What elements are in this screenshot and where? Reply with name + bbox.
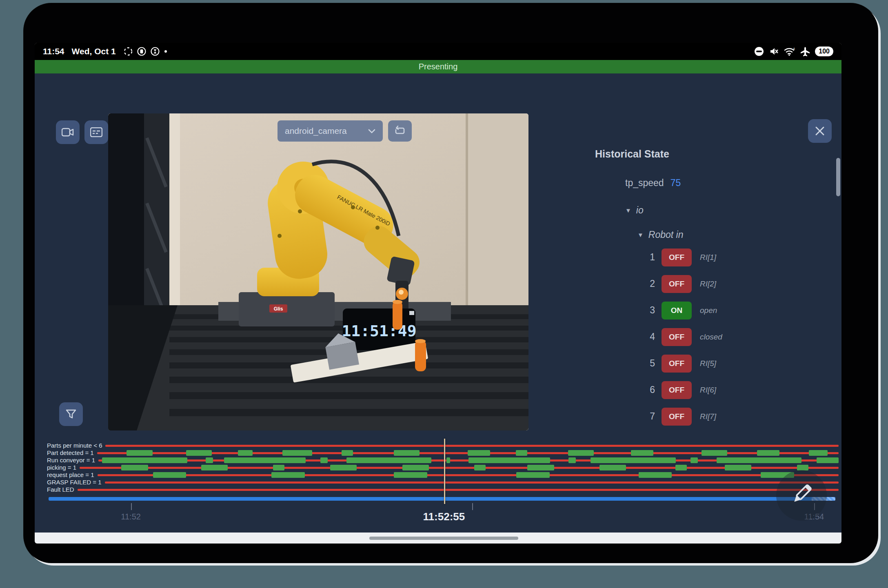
signal-row-label: Fault LED [47, 486, 74, 493]
signal-on-segment [631, 450, 653, 456]
screen-record-icon [137, 47, 147, 56]
signal-on-segment [153, 472, 186, 478]
io-signal-label: closed [700, 333, 722, 342]
panel-items: 1OFFRI[1]2OFFRI[2]3ONopen4OFFclosed5OFFR… [644, 248, 722, 434]
signal-row-label: request place = 1 [47, 471, 94, 479]
signal-row-track[interactable] [78, 486, 839, 493]
timeline-rows: Parts per minute < 6Part detected = 1Run… [47, 442, 839, 493]
io-state-badge[interactable]: OFF [662, 355, 692, 373]
io-state-badge[interactable]: OFF [662, 328, 692, 346]
io-signal-label: RI[6] [700, 386, 716, 395]
signal-row-track[interactable] [105, 442, 839, 449]
io-index: 4 [644, 331, 655, 342]
rotate-icon [394, 124, 406, 138]
wifi-icon: 6 [784, 47, 795, 56]
svg-text:6: 6 [793, 47, 795, 50]
robot-base-label: Glis [274, 306, 283, 312]
signal-row-track[interactable] [105, 479, 839, 486]
signal-on-segment [809, 450, 827, 456]
signal-on-segment [320, 457, 328, 463]
signal-on-segment [817, 457, 839, 463]
signal-on-segment [675, 465, 687, 470]
io-index: 6 [644, 384, 655, 395]
io-tree-node[interactable]: ▼io [625, 205, 644, 216]
signal-on-segment [474, 465, 486, 470]
io-state-badge[interactable]: OFF [662, 249, 692, 266]
io-item: 3ONopen [644, 301, 722, 320]
io-signal-label: RI[1] [700, 253, 716, 262]
signal-row-track[interactable] [80, 464, 839, 471]
signal-on-segment [342, 450, 353, 456]
tp-speed-row: tp_speed75 [625, 178, 681, 189]
camera-video-frame: Glis FANUC LR Mate 200iD [108, 113, 528, 430]
signal-on-segment [121, 465, 148, 470]
signal-on-segment [717, 457, 802, 463]
robot-in-label: Robot in [648, 229, 684, 240]
io-index: 1 [644, 252, 655, 263]
signal-on-segment [271, 472, 305, 478]
io-state-badge[interactable]: ON [662, 302, 692, 320]
status-date: Wed, Oct 1 [72, 47, 116, 56]
rotate-camera-button[interactable] [388, 120, 412, 142]
io-index: 3 [644, 305, 655, 316]
signal-row-label: Run conveyor = 1 [47, 457, 95, 464]
signal-on-segment [238, 450, 253, 456]
signal-row: GRASP FAILED = 1 [47, 479, 839, 486]
robot-cell-scene: Glis FANUC LR Mate 200iD [108, 113, 528, 430]
status-time: 11:54 [43, 47, 64, 56]
io-state-badge[interactable]: OFF [662, 408, 692, 426]
signal-on-segment [330, 465, 357, 470]
presenting-label: Presenting [419, 62, 458, 71]
captions-panel-button[interactable] [84, 120, 108, 144]
signal-row-track[interactable] [98, 472, 839, 478]
signal-on-segment [127, 450, 153, 456]
scene-clock-display: 11:51:49 [342, 322, 416, 340]
signal-on-segment [568, 457, 576, 463]
signal-on-segment [102, 457, 187, 463]
close-button[interactable] [808, 119, 832, 143]
signal-on-segment [568, 450, 594, 456]
camera-source-select[interactable]: android_camera [278, 120, 383, 142]
robot-in-tree-node[interactable]: ▼Robot in [637, 229, 684, 240]
panel-title: Historical State [595, 148, 669, 160]
filter-button[interactable] [59, 402, 83, 426]
signal-on-segment [725, 465, 751, 470]
signal-on-segment [516, 450, 527, 456]
camera-view-button[interactable] [56, 120, 80, 144]
captions-icon [90, 127, 102, 137]
signal-on-segment [690, 457, 698, 463]
close-icon [815, 126, 825, 136]
signal-on-segment [402, 465, 429, 470]
panel-scrollbar[interactable] [836, 158, 840, 196]
signal-on-segment [797, 465, 808, 470]
tp-speed-label: tp_speed [625, 178, 664, 188]
io-signal-label: RI[5] [700, 359, 716, 368]
io-item: 6OFFRI[6] [644, 381, 722, 399]
signal-on-segment [591, 457, 676, 463]
signal-on-segment [394, 472, 427, 478]
do-not-disturb-icon [754, 46, 764, 57]
io-index: 2 [644, 278, 655, 289]
pencil-icon [787, 480, 816, 510]
signal-row-label: Parts per minute < 6 [47, 442, 102, 449]
notification-dot-icon [164, 49, 168, 53]
signal-row-label: Part detected = 1 [47, 449, 94, 457]
app-main: Glis FANUC LR Mate 200iD [35, 73, 841, 533]
timeline-scrubber[interactable] [49, 497, 835, 501]
io-item: 5OFFRI[5] [644, 354, 722, 373]
presenting-banner: Presenting [35, 60, 841, 73]
signal-on-segment [599, 465, 626, 470]
playhead-cursor[interactable] [444, 439, 445, 504]
io-item: 1OFFRI[1] [644, 248, 722, 266]
signal-row-track[interactable] [97, 450, 839, 456]
tp-speed-value: 75 [670, 178, 681, 188]
home-indicator[interactable] [369, 537, 518, 540]
signal-row-track[interactable] [98, 457, 839, 464]
time-tick [472, 503, 473, 510]
collapse-triangle-icon: ▼ [625, 207, 631, 214]
status-bar: 11:54 Wed, Oct 1 [35, 43, 841, 60]
signal-row: Parts per minute < 6 [47, 442, 839, 449]
io-state-badge[interactable]: OFF [662, 381, 692, 399]
signal-row: Run conveyor = 1 [47, 457, 839, 464]
io-state-badge[interactable]: OFF [662, 275, 692, 293]
